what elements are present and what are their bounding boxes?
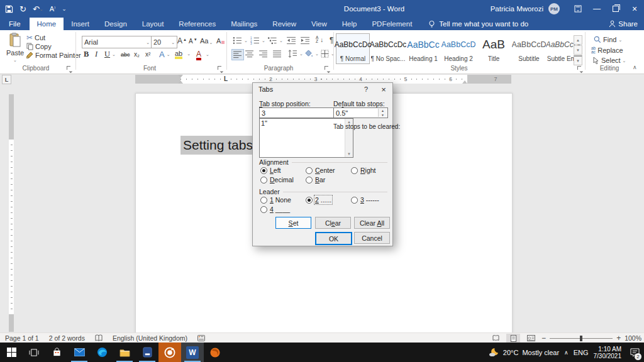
line-spacing-button[interactable]: ⌄ [288,50,303,58]
zoom-percentage[interactable]: 100% [625,334,641,342]
text-effects-button[interactable]: A⌄ [159,50,170,59]
chevron-down-icon[interactable]: ⌄ [171,40,175,45]
spin-down-icon[interactable]: ▼ [379,113,387,118]
tab-pdfelement[interactable]: PDFelement [364,18,419,30]
tab-stop-marker[interactable]: L [223,75,229,83]
language-indicator[interactable]: English (United Kingdom) [108,333,192,343]
select-button[interactable]: Select ⌄ [593,57,626,64]
default-tab-stops-input[interactable]: 0.5" ▲ ▼ [333,107,388,118]
borders-button[interactable]: ⌄ [321,50,335,58]
selected-document-text[interactable]: Setting tabs [180,136,256,155]
word-app-button[interactable]: W [181,343,204,362]
task-view-button[interactable] [23,343,45,362]
superscript-button[interactable]: x² [145,51,150,58]
dialog-close-button[interactable]: × [375,83,392,96]
italic-button[interactable]: I [95,50,97,58]
alignment-center-radio[interactable]: Center [306,167,335,174]
sort-button[interactable]: AZ ↓ [316,36,323,43]
align-right-button[interactable] [259,50,268,58]
align-center-button[interactable] [245,50,254,58]
customize-qat-icon[interactable]: ⌄ [62,3,67,15]
paste-button[interactable]: Paste ⌄ [5,33,25,63]
clear-all-button[interactable]: Clear All [354,217,390,229]
bullets-button[interactable]: ⌄ [233,36,248,45]
share-button[interactable]: Share [609,18,638,30]
find-button[interactable]: Find ⌄ [594,36,622,43]
tab-insert[interactable]: Insert [64,18,97,30]
avatar[interactable]: PM [548,3,560,14]
set-button[interactable]: Set [275,217,311,229]
font-name-combo[interactable]: Arial ⌄ [82,36,152,48]
signed-in-user[interactable]: Patricia Mworozi [491,5,543,13]
chevron-down-icon[interactable]: ⌄ [13,58,17,62]
alignment-decimal-radio[interactable]: Decimal [260,176,294,184]
tab-stop-list-item[interactable]: 1" [261,119,267,127]
tab-layout[interactable]: Layout [135,18,172,30]
clear-button[interactable]: Clear [315,217,351,229]
tab-review[interactable]: Review [265,18,304,30]
language-button[interactable]: ENG [574,349,589,356]
leader-dots-radio[interactable]: 2 ...... [306,196,331,204]
cut-button[interactable]: ✂ Cut [26,34,45,41]
leader-underline-radio[interactable]: 4 ____ [260,206,290,213]
numbering-button[interactable]: 123 ⌄ [250,36,265,45]
tab-view[interactable]: View [304,18,335,30]
font-color-button[interactable]: A⌄ [196,50,209,58]
dialog-help-button[interactable]: ? [357,83,375,96]
hanging-indent-marker[interactable] [178,80,183,84]
show-hidden-icons-button[interactable]: ∧ [564,349,569,356]
copy-button[interactable]: Copy [26,43,52,50]
highlight-color-button[interactable]: ab⌄ [175,50,191,57]
zoom-slider[interactable] [550,338,613,339]
cancel-button[interactable]: Cancel [354,232,390,244]
alignment-left-radio[interactable]: Left [260,167,281,174]
tabs-dialog-titlebar[interactable]: Tabs ? × [253,83,392,96]
clipboard-dialog-launcher-icon[interactable] [67,66,72,72]
format-painter-button[interactable]: Format Painter [26,52,81,59]
clock[interactable]: 1:10 AM 7/30/2021 [594,346,622,359]
restore-button[interactable] [606,0,625,18]
tell-me-box[interactable]: Tell me what you want to do [428,18,528,30]
tab-selector-button[interactable]: L [2,75,11,84]
tab-design[interactable]: Design [97,18,135,30]
default-tab-stops-spinner[interactable]: ▲ ▼ [378,109,387,117]
font-size-combo[interactable]: 20 ⌄ [151,36,177,48]
undo-button[interactable]: ↶⌄ [33,3,43,15]
multilevel-list-button[interactable]: ⌄ [268,36,283,45]
weather-widget[interactable]: 20°C Mostly clear [489,348,559,357]
change-case-button[interactable]: Aa⌄ [200,37,213,45]
read-aloud-icon[interactable]: A⁾ [50,3,56,15]
strikethrough-button[interactable]: abc [121,52,130,58]
scroll-down-icon[interactable]: ▼ [347,151,351,157]
tab-home[interactable]: Home [30,18,64,30]
leader-dashes-radio[interactable]: 3 ------ [351,196,379,204]
print-layout-button[interactable] [506,334,520,343]
subscript-button[interactable]: x₂ [134,51,140,58]
close-button[interactable]: × [625,0,644,18]
save-icon[interactable] [5,3,13,15]
grow-font-button[interactable]: A▲ [177,36,187,45]
orange-app-button[interactable] [158,343,181,362]
font-dialog-launcher-icon[interactable] [218,66,223,72]
gallery-scroll-down-icon[interactable]: ▼ [574,45,582,55]
chevron-down-icon[interactable]: ⌄ [40,7,43,11]
style-title[interactable]: AaBTitle [477,33,511,64]
style-subtitle[interactable]: AaBbCcDSubtitle [512,33,546,64]
right-indent-marker[interactable] [462,80,467,84]
web-layout-button[interactable] [524,334,538,343]
keyboard-layout-icon[interactable] [192,333,210,343]
shading-button[interactable]: ⌄ [304,50,319,58]
file-explorer-button[interactable] [113,343,136,362]
zoom-slider-thumb[interactable] [580,336,582,341]
minimize-button[interactable]: — [587,0,606,18]
tab-mailings[interactable]: Mailings [223,18,265,30]
word-count[interactable]: 2 of 2 words [44,333,90,343]
ok-button[interactable]: OK [315,232,352,245]
increase-indent-button[interactable] [301,36,310,45]
alignment-right-radio[interactable]: Right [351,167,376,174]
action-center-button[interactable]: 2 [626,343,643,362]
bold-button[interactable]: B [84,50,89,58]
tab-references[interactable]: References [171,18,223,30]
collapse-ribbon-icon[interactable]: ∧ [633,64,637,70]
edge-browser-button[interactable] [91,343,113,362]
